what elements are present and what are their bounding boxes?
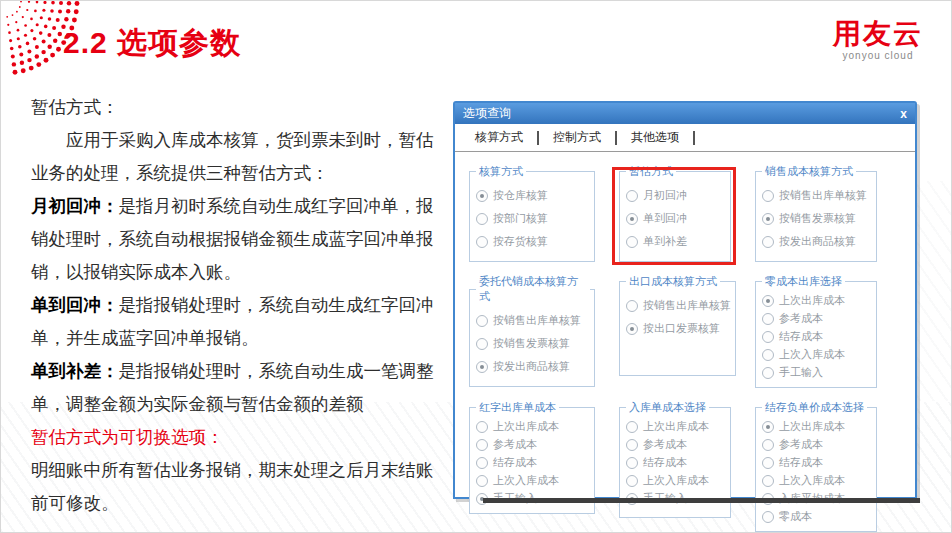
radio-option[interactable]: 按部门核算 — [476, 211, 590, 226]
radio-option[interactable]: 结存成本 — [762, 455, 872, 470]
radio-option[interactable]: 按仓库核算 — [476, 188, 590, 203]
options-list: 按销售出库单核算按销售发票核算按发出商品核算 — [474, 304, 590, 374]
radio-option[interactable]: 入库平均成本 — [762, 491, 872, 506]
tab-separator — [537, 131, 539, 145]
radio-option-label: 手工输入 — [493, 491, 537, 506]
radio-icon[interactable] — [762, 493, 774, 505]
radio-option-label: 上次出库成本 — [779, 293, 845, 308]
radio-option[interactable]: 按发出商品核算 — [762, 234, 872, 249]
radio-option[interactable]: 按销售出库单核算 — [762, 188, 872, 203]
radio-icon[interactable] — [476, 338, 488, 350]
radio-option-label: 上次出库成本 — [779, 419, 845, 434]
options-list: 上次出库成本参考成本结存成本上次入库成本手工输入 — [760, 289, 872, 380]
page-title: 2.2 选项参数 — [63, 23, 241, 64]
radio-icon[interactable] — [762, 236, 774, 248]
tab-3[interactable]: 其他选项 — [627, 129, 683, 146]
radio-icon[interactable] — [762, 439, 774, 451]
radio-option[interactable]: 按销售出库单核算 — [626, 298, 731, 313]
dialog-close-button[interactable]: x — [900, 108, 907, 120]
radio-icon[interactable] — [626, 421, 638, 433]
radio-option-label: 结存成本 — [779, 455, 823, 470]
radio-option[interactable]: 结存成本 — [762, 329, 872, 344]
radio-icon[interactable] — [626, 439, 638, 451]
radio-selected-icon[interactable] — [626, 213, 638, 225]
radio-selected-icon[interactable] — [626, 493, 638, 505]
radio-option[interactable]: 单到回冲 — [626, 211, 726, 226]
radio-icon[interactable] — [476, 315, 488, 327]
radio-selected-icon[interactable] — [626, 323, 638, 335]
radio-icon[interactable] — [762, 313, 774, 325]
radio-option[interactable]: 上次出库成本 — [626, 419, 726, 434]
radio-icon[interactable] — [762, 367, 774, 379]
radio-option[interactable]: 手工输入 — [476, 491, 590, 506]
radio-icon[interactable] — [476, 236, 488, 248]
radio-icon[interactable] — [626, 300, 638, 312]
radio-option[interactable]: 上次出库成本 — [762, 419, 872, 434]
radio-option[interactable]: 上次入库成本 — [762, 347, 872, 362]
radio-option[interactable]: 按出口发票核算 — [626, 321, 731, 336]
radio-icon[interactable] — [476, 421, 488, 433]
radio-option-label: 参考成本 — [643, 437, 687, 452]
radio-icon[interactable] — [762, 190, 774, 202]
radio-selected-icon[interactable] — [476, 361, 488, 373]
radio-icon[interactable] — [626, 457, 638, 469]
radio-option[interactable]: 上次入库成本 — [476, 473, 590, 488]
radio-option[interactable]: 单到补差 — [626, 234, 726, 249]
radio-option-label: 参考成本 — [779, 311, 823, 326]
radio-icon[interactable] — [476, 475, 488, 487]
radio-option[interactable]: 按销售发票核算 — [476, 336, 590, 351]
radio-selected-icon[interactable] — [476, 493, 488, 505]
radio-option[interactable]: 结存成本 — [626, 455, 726, 470]
radio-option[interactable]: 按存货核算 — [476, 234, 590, 249]
radio-option[interactable]: 参考成本 — [762, 437, 872, 452]
radio-option[interactable]: 手工输入 — [762, 365, 872, 380]
radio-option[interactable]: 手工输入 — [626, 491, 726, 506]
radio-selected-icon[interactable] — [476, 190, 488, 202]
options-list: 月初回冲单到回冲单到补差 — [624, 179, 726, 249]
closing-text: 明细账中所有暂估业务报销，期末处理之后月末结账前可修改。 — [31, 454, 443, 520]
radio-option[interactable]: 上次出库成本 — [762, 293, 872, 308]
radio-icon[interactable] — [762, 331, 774, 343]
body-paragraph: 应用于采购入库成本核算，货到票未到时，暂估业务的处理，系统提供三种暂估方式： — [31, 124, 443, 190]
radio-selected-icon[interactable] — [762, 295, 774, 307]
radio-option-label: 上次入库成本 — [779, 347, 845, 362]
radio-icon[interactable] — [476, 439, 488, 451]
radio-icon[interactable] — [476, 457, 488, 469]
radio-option[interactable]: 上次出库成本 — [476, 419, 590, 434]
radio-option[interactable]: 结存成本 — [476, 455, 590, 470]
intro-heading: 暂估方式： — [31, 91, 443, 124]
option-group-title: 委托代销成本核算方式 — [476, 274, 590, 304]
radio-option[interactable]: 参考成本 — [762, 311, 872, 326]
radio-icon[interactable] — [762, 457, 774, 469]
radio-option-label: 按出口发票核算 — [643, 321, 720, 336]
radio-option[interactable]: 月初回冲 — [626, 188, 726, 203]
radio-option[interactable]: 参考成本 — [626, 437, 726, 452]
radio-option-label: 上次出库成本 — [643, 419, 709, 434]
radio-icon[interactable] — [762, 349, 774, 361]
radio-option[interactable]: 零成本 — [762, 509, 872, 524]
radio-option-label: 按销售出库单核算 — [779, 188, 867, 203]
tab-2[interactable]: 控制方式 — [549, 129, 605, 146]
radio-option[interactable]: 上次入库成本 — [762, 473, 872, 488]
radio-option[interactable]: 参考成本 — [476, 437, 590, 452]
tab-1[interactable]: 核算方式 — [471, 129, 527, 146]
radio-icon[interactable] — [762, 511, 774, 523]
options-list: 上次出库成本参考成本结存成本上次入库成本手工输入 — [624, 415, 726, 506]
radio-option[interactable]: 按销售出库单核算 — [476, 313, 590, 328]
radio-icon[interactable] — [626, 190, 638, 202]
option-group-title: 暂估方式 — [626, 164, 676, 179]
option-group-title: 零成本出库选择 — [762, 274, 845, 289]
radio-icon[interactable] — [626, 236, 638, 248]
radio-icon[interactable] — [476, 213, 488, 225]
radio-option[interactable]: 按销售发票核算 — [762, 211, 872, 226]
radio-icon[interactable] — [626, 475, 638, 487]
radio-option[interactable]: 上次入库成本 — [626, 473, 726, 488]
radio-option-label: 上次入库成本 — [493, 473, 559, 488]
radio-selected-icon[interactable] — [762, 421, 774, 433]
option-group-title: 入库单成本选择 — [626, 400, 709, 415]
radio-icon[interactable] — [762, 475, 774, 487]
dialog-groups: 核算方式按仓库核算按部门核算按存货核算暂估方式月初回冲单到回冲单到补差销售成本核… — [455, 152, 915, 532]
dialog-titlebar[interactable]: 选项查询 x — [455, 103, 915, 124]
radio-option[interactable]: 按发出商品核算 — [476, 359, 590, 374]
radio-selected-icon[interactable] — [762, 213, 774, 225]
